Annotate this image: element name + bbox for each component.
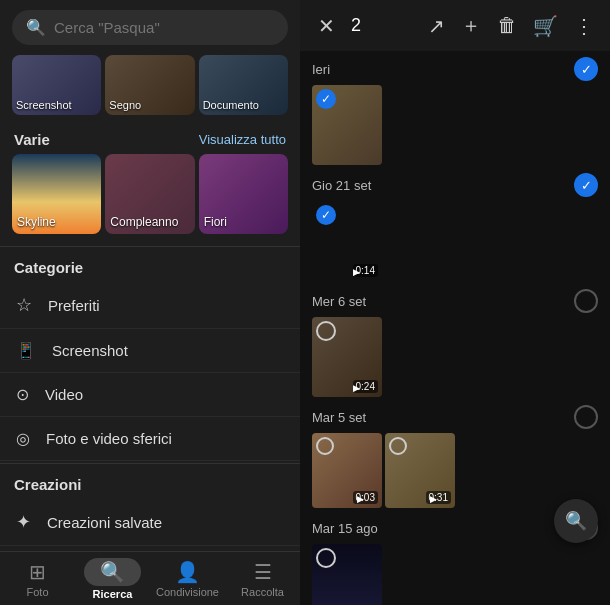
date-row-mer6: Mer 6 set: [300, 283, 610, 315]
left-scroll: 🔍 Screenshot Segno Documento Varie Visua…: [0, 0, 300, 605]
preferiti-label: Preferiti: [48, 297, 100, 314]
search-input[interactable]: [54, 19, 274, 36]
creazioni-salvate-label: Creazioni salvate: [47, 514, 162, 531]
play-icon-p1: ▶: [357, 494, 364, 504]
photo-uncheck-p1: [316, 437, 334, 455]
nav-ricerca[interactable]: 🔍 Ricerca: [75, 552, 150, 605]
quick-thumbnails: Screenshot Segno Documento: [0, 55, 300, 123]
sidebar-item-foto-sferici[interactable]: ◎ Foto e video sferici: [0, 417, 300, 461]
sidebar-item-creazioni-salvate[interactable]: ✦ Creazioni salvate: [0, 499, 300, 546]
raccolta-nav-label: Raccolta: [241, 586, 284, 598]
date-mar5: Mar 5 set: [312, 410, 366, 425]
close-button[interactable]: ✕: [310, 10, 343, 42]
photo-floor[interactable]: 0:24 ▶: [312, 317, 382, 397]
date-row-ieri: Ieri ✓: [300, 51, 610, 83]
condivisione-icon: 👤: [175, 560, 200, 584]
check-ieri[interactable]: ✓: [574, 57, 598, 81]
varie-skyline-label: Skyline: [17, 215, 56, 229]
left-panel: 🔍 Screenshot Segno Documento Varie Visua…: [0, 0, 300, 605]
raccolta-icon: ☰: [254, 560, 272, 584]
date-ieri: Ieri: [312, 62, 330, 77]
varie-fiori-label: Fiori: [204, 215, 227, 229]
photo-check-bag: ✓: [316, 89, 336, 109]
sparkle-icon: ✦: [16, 511, 31, 533]
play-icon-p2: ▶: [430, 494, 437, 504]
thumb-screenshot[interactable]: Screenshot: [12, 55, 101, 115]
thumb-documento-label: Documento: [203, 99, 259, 111]
bottom-nav: ⊞ Foto 🔍 Ricerca 👤 Condivisione ☰ Raccol…: [0, 551, 300, 605]
photo-uncheck-p2: [389, 437, 407, 455]
sidebar-item-preferiti[interactable]: ☆ Preferiti: [0, 282, 300, 329]
photo-check-dark: ✓: [316, 205, 336, 225]
check-mer6[interactable]: [574, 289, 598, 313]
photos-gio21: ✓ 0:14 ▶: [300, 199, 610, 283]
photo-person2[interactable]: 0:31 ▶: [385, 433, 455, 508]
thumb-segno[interactable]: Segno: [105, 55, 194, 115]
foto-nav-label: Foto: [26, 586, 48, 598]
phone-icon: 📱: [16, 341, 36, 360]
spherical-icon: ◎: [16, 429, 30, 448]
delete-button[interactable]: 🗑: [491, 10, 523, 41]
play-circle-icon: ⊙: [16, 385, 29, 404]
varie-header: Varie Visualizza tutto: [0, 123, 300, 154]
date-mer6: Mer 6 set: [312, 294, 366, 309]
photos-mar15: 0:29 ▶: [300, 542, 610, 605]
play-icon-floor: ▶: [353, 383, 360, 393]
varie-compleanno[interactable]: Compleanno: [105, 154, 194, 234]
creazioni-title: Creazioni: [0, 466, 300, 499]
condivisione-nav-label: Condivisione: [156, 586, 219, 598]
cart-button[interactable]: 🛒: [527, 10, 564, 42]
foto-icon: ⊞: [29, 560, 46, 584]
fab-search-icon: 🔍: [565, 510, 587, 532]
photo-bag[interactable]: ✓: [312, 85, 382, 165]
right-panel: ✕ 2 ↗ ＋ 🗑 🛒 ⋮ Ieri ✓ ✓ Gio 21 set ✓: [300, 0, 610, 605]
photo-dark[interactable]: ✓ 0:14 ▶: [312, 201, 382, 281]
share-button[interactable]: ↗: [422, 10, 451, 42]
fab-search-button[interactable]: 🔍: [554, 499, 598, 543]
nav-raccolta[interactable]: ☰ Raccolta: [225, 552, 300, 605]
photo-uncheck-night: [316, 548, 336, 568]
categorie-title: Categorie: [0, 249, 300, 282]
varie-title: Varie: [14, 131, 50, 148]
varie-fiori[interactable]: Fiori: [199, 154, 288, 234]
star-icon: ☆: [16, 294, 32, 316]
photos-mer6: 0:24 ▶: [300, 315, 610, 399]
photo-person1[interactable]: 0:03 ▶: [312, 433, 382, 508]
thumb-segno-label: Segno: [109, 99, 141, 111]
sidebar-item-video[interactable]: ⊙ Video: [0, 373, 300, 417]
photos-ieri: ✓: [300, 83, 610, 167]
varie-compleanno-label: Compleanno: [110, 215, 178, 229]
check-gio21[interactable]: ✓: [574, 173, 598, 197]
search-bar[interactable]: 🔍: [12, 10, 288, 45]
ricerca-nav-label: Ricerca: [93, 588, 133, 600]
screenshot-label: Screenshot: [52, 342, 128, 359]
photo-night[interactable]: 0:29 ▶: [312, 544, 382, 605]
thumb-documento[interactable]: Documento: [199, 55, 288, 115]
video-label: Video: [45, 386, 83, 403]
search-icon: 🔍: [26, 18, 46, 37]
varie-grid: Skyline Compleanno Fiori: [0, 154, 300, 244]
varie-skyline[interactable]: Skyline: [12, 154, 101, 234]
date-gio21: Gio 21 set: [312, 178, 371, 193]
date-row-gio21: Gio 21 set ✓: [300, 167, 610, 199]
right-toolbar: ✕ 2 ↗ ＋ 🗑 🛒 ⋮: [300, 0, 610, 51]
selection-count: 2: [347, 15, 418, 36]
foto-sferici-label: Foto e video sferici: [46, 430, 172, 447]
ricerca-pill: 🔍: [84, 558, 141, 586]
photos-mar5: 0:03 ▶ 0:31 ▶: [300, 431, 610, 510]
thumb-screenshot-label: Screenshot: [16, 99, 72, 111]
ricerca-icon: 🔍: [100, 561, 125, 583]
sidebar-item-screenshot[interactable]: 📱 Screenshot: [0, 329, 300, 373]
date-row-mar5: Mar 5 set: [300, 399, 610, 431]
nav-condivisione[interactable]: 👤 Condivisione: [150, 552, 225, 605]
add-button[interactable]: ＋: [455, 8, 487, 43]
check-mar5[interactable]: [574, 405, 598, 429]
date-mar15: Mar 15 ago: [312, 521, 378, 536]
play-icon-dark: ▶: [353, 267, 360, 277]
photo-uncheck-floor: [316, 321, 336, 341]
nav-foto[interactable]: ⊞ Foto: [0, 552, 75, 605]
more-button[interactable]: ⋮: [568, 10, 600, 42]
visualizza-tutto-link[interactable]: Visualizza tutto: [199, 132, 286, 147]
